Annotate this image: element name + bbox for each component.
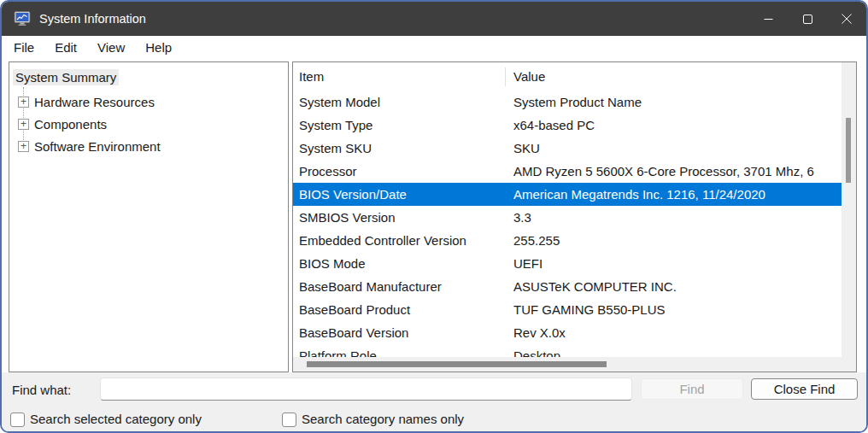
list-header: Item Value [293,62,842,91]
tree-item-hardware-resources[interactable]: +Hardware Resources [9,91,288,113]
item-cell: BIOS Version/Date [293,187,505,202]
value-cell: ASUSTeK COMPUTER INC. [505,279,842,294]
vertical-scrollbar-thumb[interactable] [846,118,851,183]
table-row[interactable]: System SKUSKU [293,137,842,160]
search-selected-category-checkbox[interactable] [10,413,25,427]
scrollbar-corner [842,357,856,372]
value-cell: 3.3 [505,210,842,225]
system-information-window: System Information File Edit View Help S… [0,0,868,433]
menu-view[interactable]: View [97,40,125,55]
item-cell: BaseBoard Manufacturer [293,279,505,294]
find-bar: Find what: Find Close Find Search select… [2,372,866,431]
column-header-item[interactable]: Item [293,69,505,84]
table-row[interactable]: System Typex64-based PC [293,114,842,137]
find-options-row: Search selected category only Search cat… [2,410,866,430]
close-find-button[interactable]: Close Find [751,378,858,400]
search-category-names-label: Search category names only [302,412,464,426]
item-cell: Processor [293,164,505,178]
table-row[interactable]: System ModelSystem Product Name [293,91,842,114]
table-row[interactable]: BIOS ModeUEFI [293,252,842,275]
search-category-names-checkbox[interactable] [282,413,296,427]
value-cell: Rev X.0x [505,325,842,340]
menu-edit[interactable]: Edit [55,40,77,55]
tree-root-label: System Summary [13,69,119,85]
expand-icon[interactable]: + [18,119,29,130]
tree-item-label: Software Environment [34,139,161,154]
tree-item-software-environment[interactable]: +Software Environment [9,135,288,157]
value-cell: UEFI [505,256,842,271]
window-controls [748,2,866,36]
find-input[interactable] [100,377,632,401]
value-cell: SKU [505,141,842,155]
table-row[interactable]: BaseBoard VersionRev X.0x [293,321,842,344]
item-cell: BIOS Mode [293,256,505,271]
item-cell: System SKU [293,141,505,155]
find-what-label: Find what: [12,383,71,397]
item-cell: BaseBoard Version [293,325,505,340]
table-row[interactable]: ProcessorAMD Ryzen 5 5600X 6-Core Proces… [293,160,842,183]
item-cell: SMBIOS Version [293,210,505,225]
horizontal-scrollbar[interactable] [293,357,842,372]
expand-icon[interactable]: + [18,141,29,152]
horizontal-scrollbar-thumb[interactable] [307,361,607,367]
minimize-button[interactable] [748,2,788,36]
table-row[interactable]: SMBIOS Version3.3 [293,206,842,229]
table-row[interactable]: BaseBoard ProductTUF GAMING B550-PLUS [293,298,842,321]
expand-icon[interactable]: + [18,97,29,108]
search-selected-category-label: Search selected category only [30,412,202,426]
item-cell: System Type [293,118,505,132]
item-cell: BaseBoard Product [293,302,505,317]
value-cell: American Megatrends Inc. 1216, 11/24/202… [505,187,842,202]
menu-file[interactable]: File [14,40,34,55]
tree-item-components[interactable]: +Components [9,113,288,135]
details-list-panel: Item Value System ModelSystem Product Na… [292,61,857,372]
table-row[interactable]: BIOS Version/DateAmerican Megatrends Inc… [293,183,842,206]
title-bar: System Information [2,2,866,36]
table-row[interactable]: Embedded Controller Version255.255 [293,229,842,252]
menu-help[interactable]: Help [145,40,172,55]
find-button[interactable]: Find [641,378,743,400]
vertical-scrollbar[interactable] [842,62,856,357]
close-icon [842,14,852,24]
tree-item-system-summary[interactable]: System Summary [13,69,288,85]
table-row[interactable]: BaseBoard ManufacturerASUSTeK COMPUTER I… [293,275,842,298]
item-cell: System Model [293,95,505,109]
value-cell: 255.255 [505,233,842,248]
list-rows: System ModelSystem Product NameSystem Ty… [293,91,842,359]
tree-items: +Hardware Resources+Components+Software … [9,91,288,157]
window-title: System Information [39,12,146,26]
menu-bar: File Edit View Help [2,36,866,58]
minimize-icon [764,15,773,24]
system-information-app-icon [14,11,31,26]
maximize-button[interactable] [788,2,827,36]
value-cell: System Product Name [505,95,842,109]
value-cell: x64-based PC [505,118,842,132]
column-header-value[interactable]: Value [506,69,842,84]
value-cell: TUF GAMING B550-PLUS [505,302,842,317]
category-tree-panel: System Summary +Hardware Resources+Compo… [9,61,289,372]
close-button[interactable] [827,2,866,36]
value-cell: AMD Ryzen 5 5600X 6-Core Processor, 3701… [505,164,842,178]
maximize-icon [803,15,812,24]
tree-item-label: Hardware Resources [34,95,155,109]
tree-item-label: Components [34,117,107,132]
item-cell: Embedded Controller Version [293,233,505,248]
